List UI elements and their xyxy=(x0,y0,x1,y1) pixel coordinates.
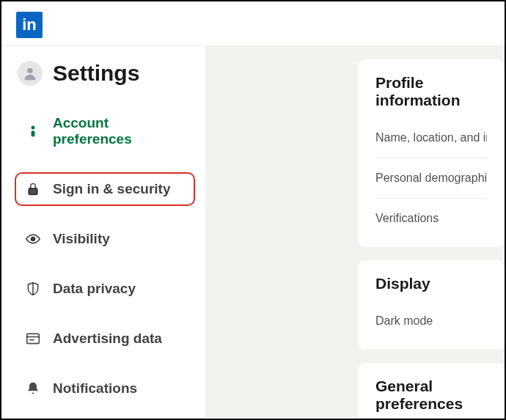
svg-point-0 xyxy=(27,68,32,73)
card-general-preferences: General preferences Language Content lan… xyxy=(358,363,505,418)
shield-icon xyxy=(25,281,41,297)
nav-list: Account preferences Sign in & security V… xyxy=(15,106,195,405)
nav-item-sign-in-security[interactable]: Sign in & security xyxy=(15,172,195,206)
nav-item-notifications[interactable]: Notifications xyxy=(15,372,195,405)
content-wrapper: Settings Account preferences Sign in & s… xyxy=(1,46,505,418)
nav-item-account-preferences[interactable]: Account preferences xyxy=(15,106,195,156)
logo-text: in xyxy=(22,15,37,34)
row-dark-mode[interactable]: Dark mode xyxy=(375,307,487,335)
nav-label: Data privacy xyxy=(53,281,136,297)
settings-header: Settings xyxy=(15,61,195,86)
user-avatar[interactable] xyxy=(18,61,43,86)
bell-icon xyxy=(25,380,41,397)
card-title: Profile information xyxy=(375,74,487,109)
person-icon xyxy=(25,123,41,139)
svg-point-4 xyxy=(32,237,35,241)
row-name-location[interactable]: Name, location, and industry xyxy=(375,124,487,152)
eye-icon xyxy=(25,231,41,247)
nav-item-visibility[interactable]: Visibility xyxy=(15,222,195,256)
nav-label: Account preferences xyxy=(53,115,185,147)
page-title: Settings xyxy=(53,61,139,86)
row-demographic[interactable]: Personal demographic information xyxy=(375,158,487,192)
card-profile-information: Profile information Name, location, and … xyxy=(358,59,505,247)
settings-sidebar: Settings Account preferences Sign in & s… xyxy=(1,46,205,418)
nav-item-data-privacy[interactable]: Data privacy xyxy=(15,272,195,306)
card-title: Display xyxy=(375,275,487,292)
svg-point-1 xyxy=(32,126,35,130)
nav-label: Sign in & security xyxy=(53,181,170,197)
nav-label: Visibility xyxy=(53,231,110,247)
nav-label: Advertising data xyxy=(53,331,162,347)
svg-rect-5 xyxy=(27,334,40,343)
nav-item-advertising-data[interactable]: Advertising data xyxy=(15,322,195,355)
card-title: General preferences xyxy=(375,377,487,413)
app-header: in xyxy=(1,1,505,46)
avatar-icon xyxy=(22,65,38,81)
main-panel: Profile information Name, location, and … xyxy=(205,46,505,418)
nav-label: Notifications xyxy=(53,380,137,397)
linkedin-logo[interactable]: in xyxy=(16,12,43,38)
svg-rect-3 xyxy=(29,188,37,194)
ad-icon xyxy=(25,331,41,347)
lock-icon xyxy=(25,181,41,197)
card-display: Display Dark mode xyxy=(358,260,505,350)
svg-rect-2 xyxy=(32,130,35,136)
row-verifications[interactable]: Verifications xyxy=(375,198,487,232)
